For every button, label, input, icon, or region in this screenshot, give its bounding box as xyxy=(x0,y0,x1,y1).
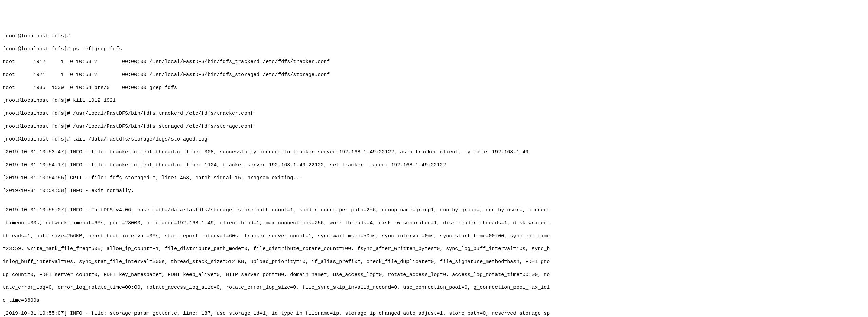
log-line: =23:59, write_mark_file_freq=500, allow_… xyxy=(3,246,865,252)
command-line: [root@localhost fdfs]# /usr/local/FastDF… xyxy=(3,110,865,117)
log-line: [2019-10-31 10:55:07] INFO - FastDFS v4.… xyxy=(3,207,865,213)
terminal-output[interactable]: [root@localhost fdfs]# [root@localhost f… xyxy=(3,26,865,317)
output-line: root 1912 1 0 10:53 ? 00:00:00 /usr/loca… xyxy=(3,59,865,65)
log-line: _timeout=30s, network_timeout=60s, port=… xyxy=(3,220,865,226)
log-line: tate_error_log=0, error_log_rotate_time=… xyxy=(3,284,865,291)
output-line: root 1935 1539 0 10:54 pts/0 00:00:00 gr… xyxy=(3,85,865,91)
log-line: [2019-10-31 10:54:56] CRIT - file: fdfs_… xyxy=(3,175,865,181)
command-line: [root@localhost fdfs]# kill 1912 1921 xyxy=(3,97,865,104)
command-line: [root@localhost fdfs]# ps -ef|grep fdfs xyxy=(3,46,865,52)
command-line: [root@localhost fdfs]# /usr/local/FastDF… xyxy=(3,123,865,130)
log-line: up count=0, FDHT server count=0, FDHT ke… xyxy=(3,272,865,278)
prompt-line: [root@localhost fdfs]# xyxy=(3,33,865,39)
log-line: e_time=3600s xyxy=(3,297,865,304)
output-line: root 1921 1 0 10:53 ? 00:00:00 /usr/loca… xyxy=(3,72,865,78)
log-line: [2019-10-31 10:54:17] INFO - file: track… xyxy=(3,162,865,168)
log-line: [2019-10-31 10:55:07] INFO - file: stora… xyxy=(3,310,865,317)
log-line: threads=1, buff_size=256KB, heart_beat_i… xyxy=(3,233,865,239)
log-line: [2019-10-31 10:54:58] INFO - exit normal… xyxy=(3,188,865,194)
command-line: [root@localhost fdfs]# tail /data/fastdf… xyxy=(3,136,865,143)
log-line: inlog_buff_interval=10s, sync_stat_file_… xyxy=(3,259,865,265)
log-line: [2019-10-31 10:53:47] INFO - file: track… xyxy=(3,149,865,155)
